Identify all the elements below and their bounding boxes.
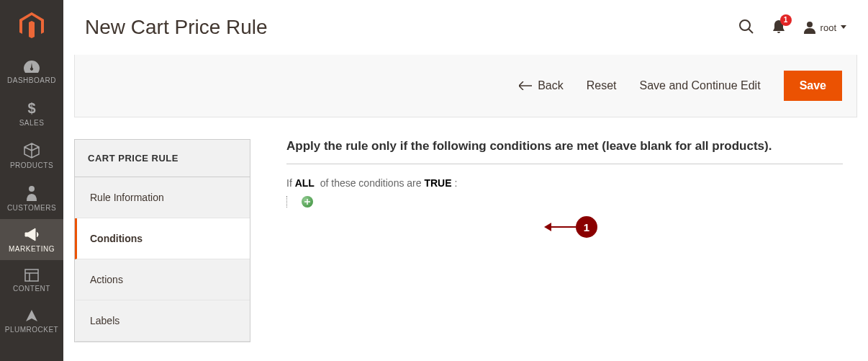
rule-tabs: CART PRICE RULE Rule Information Conditi… (74, 139, 250, 342)
arrow-head-icon (544, 223, 551, 231)
user-menu[interactable]: root (803, 21, 846, 34)
cube-icon (24, 143, 40, 159)
sidebar-item-marketing[interactable]: MARKETING (0, 219, 63, 260)
notifications-button[interactable]: 1 (772, 19, 786, 37)
chevron-down-icon (841, 25, 846, 30)
add-condition-button[interactable] (302, 196, 313, 208)
svg-point-5 (740, 20, 750, 30)
back-label: Back (538, 79, 564, 92)
tab-conditions[interactable]: Conditions (75, 218, 250, 259)
person-icon (26, 185, 37, 201)
tab-labels[interactable]: Labels (75, 300, 250, 342)
sidebar-item-products[interactable]: PRODUCTS (0, 134, 63, 177)
megaphone-icon (24, 228, 40, 242)
dashboard-icon (24, 61, 40, 73)
cond-text: of these conditions are (317, 177, 425, 189)
page-header: New Cart Price Rule 1 root (63, 0, 868, 55)
condition-root: If ALL of these conditions are TRUE : (286, 177, 843, 189)
plus-icon (304, 198, 311, 205)
content-area: CART PRICE RULE Rule Information Conditi… (63, 117, 868, 342)
search-icon (738, 19, 754, 35)
svg-text:$: $ (27, 100, 35, 116)
callout-number: 1 (576, 216, 597, 238)
tab-label: Rule Information (90, 192, 164, 203)
cond-value[interactable]: TRUE (424, 177, 451, 189)
arrow-line (551, 226, 576, 228)
tab-label: Actions (90, 274, 123, 285)
svg-rect-2 (25, 269, 38, 281)
plumrocket-icon (24, 308, 39, 323)
cond-text: : (452, 177, 458, 189)
user-name: root (820, 22, 836, 33)
condition-tree (286, 196, 843, 208)
magento-logo[interactable] (0, 0, 63, 52)
tab-actions[interactable]: Actions (75, 259, 250, 300)
conditions-panel: Apply the rule only if the following con… (286, 139, 857, 342)
save-button[interactable]: Save (784, 71, 842, 101)
page-title: New Cart Price Rule (85, 16, 268, 39)
sidebar-label: SALES (19, 119, 45, 127)
sidebar-label: CONTENT (13, 285, 50, 293)
svg-line-6 (749, 29, 753, 33)
annotation-callout: 1 (544, 216, 597, 238)
sidebar-label: MARKETING (9, 245, 55, 253)
tabs-header: CART PRICE RULE (75, 140, 250, 177)
save-label: Save (800, 79, 826, 92)
tab-label: Labels (90, 315, 119, 326)
main-content: New Cart Price Rule 1 root Back Reset S (63, 0, 868, 361)
sidebar-item-plumrocket[interactable]: PLUMROCKET (0, 300, 63, 341)
arrow-left-icon (519, 81, 532, 90)
header-actions: 1 root (738, 19, 846, 37)
sidebar-label: CUSTOMERS (7, 204, 56, 212)
cond-text: If (286, 177, 295, 189)
notification-count: 1 (780, 14, 792, 26)
dollar-icon: $ (27, 100, 37, 116)
reset-button[interactable]: Reset (587, 79, 617, 92)
user-icon (803, 21, 816, 34)
sidebar-label: PRODUCTS (10, 161, 53, 169)
reset-label: Reset (587, 79, 617, 92)
sidebar-label: PLUMROCKET (5, 326, 58, 334)
cond-aggregator[interactable]: ALL (295, 177, 315, 189)
layout-icon (24, 269, 39, 282)
tab-label: Conditions (90, 233, 143, 244)
sidebar-item-dashboard[interactable]: DASHBOARD (0, 52, 63, 92)
svg-point-1 (29, 186, 35, 192)
sidebar-item-customers[interactable]: CUSTOMERS (0, 177, 63, 219)
back-button[interactable]: Back (519, 79, 564, 92)
panel-title: Apply the rule only if the following con… (286, 139, 843, 164)
svg-point-7 (807, 22, 813, 27)
save-continue-label: Save and Continue Edit (640, 79, 761, 92)
save-continue-button[interactable]: Save and Continue Edit (640, 79, 761, 92)
tab-rule-information[interactable]: Rule Information (75, 177, 250, 218)
search-button[interactable] (738, 19, 754, 37)
sidebar-label: DASHBOARD (7, 76, 56, 84)
action-bar: Back Reset Save and Continue Edit Save (74, 55, 857, 117)
admin-sidebar: DASHBOARD $ SALES PRODUCTS CUSTOMERS MAR… (0, 0, 63, 361)
sidebar-item-content[interactable]: CONTENT (0, 260, 63, 300)
sidebar-item-sales[interactable]: $ SALES (0, 92, 63, 134)
